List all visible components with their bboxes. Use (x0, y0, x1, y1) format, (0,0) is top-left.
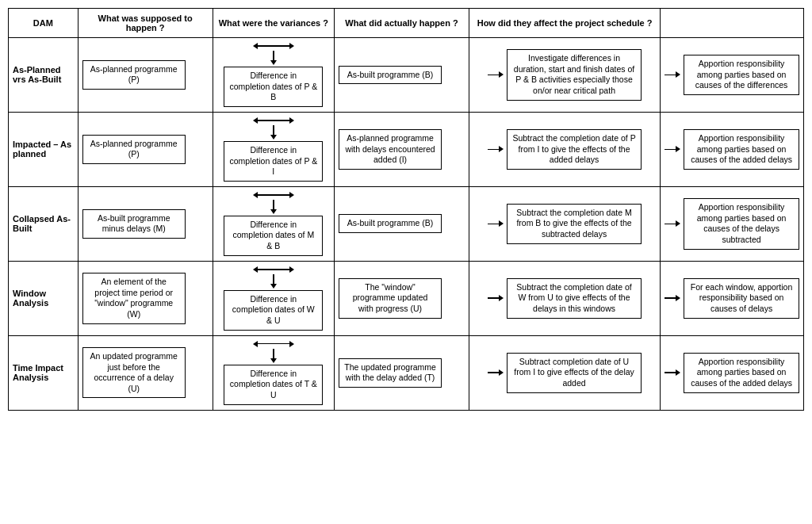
table-row: As-Planned vrs As-BuiltAs-planned progra… (9, 38, 804, 113)
row-header-row5: Time Impact Analysis (9, 335, 79, 410)
header-dam: DAM (9, 9, 79, 38)
header-col2: What were the variances ? (213, 9, 334, 38)
col4-row2: Subtract the completion date of P from I… (469, 112, 660, 186)
col4-row5: Subtract completion date of U from I to … (469, 335, 660, 410)
header-col4: How did they affect the project schedule… (469, 9, 660, 38)
header-col3: What did actually happen ? (335, 9, 469, 38)
table-row: Window AnalysisAn element of the project… (9, 261, 804, 335)
col5-row1: Apportion responsibility among parties b… (661, 38, 804, 113)
col3-row5: The updated programme with the delay add… (335, 335, 469, 410)
col3-row4: The "window" programme updated with prog… (335, 261, 469, 335)
col3-row3: As-built programme (B) (335, 186, 469, 261)
row-header-row3: Collapsed As-Built (9, 186, 79, 261)
header-col1: What was supposed to happen ? (78, 9, 213, 38)
table-row: Impacted – As plannedAs-planned programm… (9, 112, 804, 186)
col5-row4: For each window, apportion responsibilit… (661, 261, 804, 335)
col4-row1: Investigate differences in duration, sta… (469, 38, 660, 113)
table-row: Collapsed As-BuiltAs-built programme min… (9, 186, 804, 261)
main-table: DAM What was supposed to happen ? What w… (8, 8, 804, 411)
col3-row2: As-planned programme with delays encount… (335, 112, 469, 186)
page: DAM What was supposed to happen ? What w… (0, 0, 812, 524)
col4-row3: Subtract the completion date M from B to… (469, 186, 660, 261)
col2-row1: Difference in completion dates of P & B (213, 38, 334, 113)
col5-row2: Apportion responsibility among parties b… (661, 112, 804, 186)
col3-row1: As-built programme (B) (335, 38, 469, 113)
col1-row4: An element of the project time period or… (78, 261, 213, 335)
row-header-row4: Window Analysis (9, 261, 79, 335)
col1-row5: An updated programme just before the occ… (78, 335, 213, 410)
col5-row3: Apportion responsibility among parties b… (661, 186, 804, 261)
row-header-row2: Impacted – As planned (9, 112, 79, 186)
col2-row5: Difference in completion dates of T & U (213, 335, 334, 410)
col2-row3: Difference in completion dates of M & B (213, 186, 334, 261)
col1-row1: As-planned programme (P) (78, 38, 213, 113)
col1-row3: As-built programme minus delays (M) (78, 186, 213, 261)
col4-row4: Subtract the completion date of W from U… (469, 261, 660, 335)
header-col5 (661, 9, 804, 38)
col2-row2: Difference in completion dates of P & I (213, 112, 334, 186)
table-row: Time Impact AnalysisAn updated programme… (9, 335, 804, 410)
col5-row5: Apportion responsibility among parties b… (661, 335, 804, 410)
row-header-row1: As-Planned vrs As-Built (9, 38, 79, 113)
col1-row2: As-planned programme (P) (78, 112, 213, 186)
col2-row4: Difference in completion dates of W & U (213, 261, 334, 335)
